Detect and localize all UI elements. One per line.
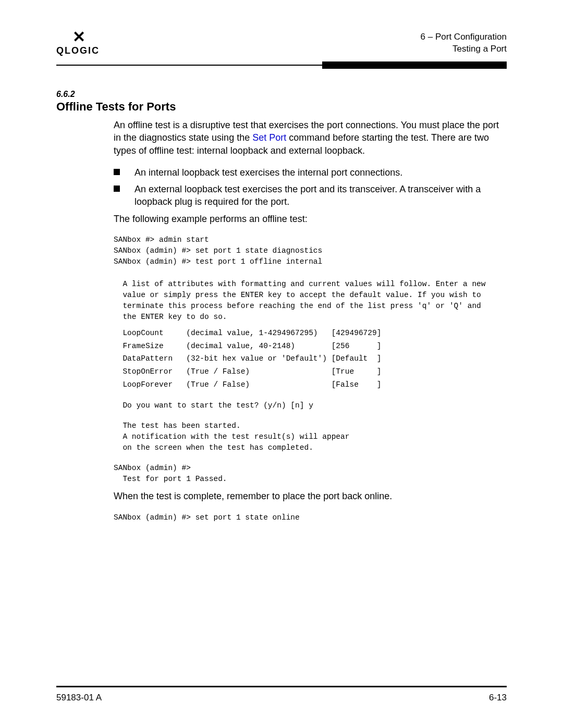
- section-number: 6.6.2: [56, 90, 507, 99]
- header-breadcrumb: 6 – Port Configuration Testing a Port: [421, 31, 507, 55]
- example-lead: The following example performs an offlin…: [114, 213, 507, 225]
- terminal-commands: SANbox #> admin start SANbox (admin) #> …: [114, 235, 507, 267]
- set-port-link[interactable]: Set Port: [252, 132, 286, 143]
- qlogic-logo: ✕ QLOGIC: [56, 29, 100, 55]
- bullet-list: An internal loopback test exercises the …: [114, 166, 507, 208]
- terminal-started: The test has been started. A notificatio…: [114, 421, 507, 453]
- rule-thick: [322, 61, 507, 69]
- page-footer: 59183-01 A 6-13: [56, 686, 507, 703]
- footer-doc-id: 59183-01 A: [56, 693, 102, 703]
- terminal-confirm: Do you want to start the test? (y/n) [n]…: [114, 400, 507, 411]
- footer-rule: [56, 686, 507, 687]
- header-rule: [56, 61, 507, 69]
- list-item: An external loopback test exercises the …: [114, 183, 507, 208]
- footer-page-number: 6-13: [489, 693, 507, 703]
- list-item: An internal loopback test exercises the …: [114, 166, 507, 179]
- square-bullet-icon: [114, 166, 134, 179]
- page: ✕ QLOGIC 6 – Port Configuration Testing …: [0, 0, 563, 728]
- logo-text: QLOGIC: [56, 46, 100, 55]
- section-heading: 6.6.2 Offline Tests for Ports: [56, 90, 507, 114]
- chapter-label: 6 – Port Configuration: [421, 31, 507, 43]
- terminal-post-cmd: SANbox (admin) #> set port 1 state onlin…: [114, 512, 507, 523]
- bullet-text: An internal loopback test exercises the …: [134, 166, 402, 179]
- intro-paragraph: An offline test is a disruptive test tha…: [114, 119, 507, 157]
- footer-row: 59183-01 A 6-13: [56, 693, 507, 703]
- square-bullet-icon: [114, 183, 134, 208]
- breadcrumb: Testing a Port: [421, 43, 507, 55]
- body-column: An offline test is a disruptive test tha…: [114, 119, 507, 523]
- terminal-attr-rows: LoopCount (decimal value, 1-4294967295) …: [114, 327, 507, 391]
- post-note: When the test is complete, remember to p…: [114, 490, 507, 502]
- rule-thin: [56, 65, 322, 69]
- page-header: ✕ QLOGIC 6 – Port Configuration Testing …: [56, 29, 507, 59]
- logo-icon: ✕: [72, 29, 83, 45]
- bullet-text: An external loopback test exercises the …: [134, 183, 507, 208]
- terminal-result: SANbox (admin) #> Test for port 1 Passed…: [114, 463, 507, 485]
- section-title: Offline Tests for Ports: [56, 100, 507, 114]
- terminal-attr-intro: A list of attributes with formatting and…: [114, 279, 507, 323]
